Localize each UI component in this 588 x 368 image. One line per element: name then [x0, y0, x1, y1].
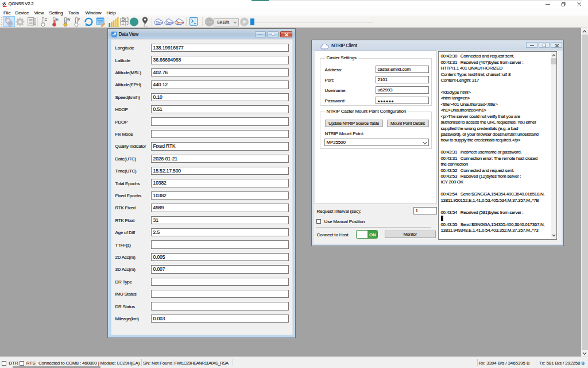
svg-text:W: W [67, 18, 71, 21]
svg-text:Caster: Caster [166, 21, 174, 24]
svg-text:Server: Server [176, 21, 184, 24]
svg-text:Client: Client [156, 21, 163, 24]
svg-text:STOP: STOP [206, 21, 213, 24]
svg-text:H: H [56, 18, 59, 21]
svg-text:C: C [45, 18, 47, 21]
svg-text:F: F [78, 18, 80, 21]
